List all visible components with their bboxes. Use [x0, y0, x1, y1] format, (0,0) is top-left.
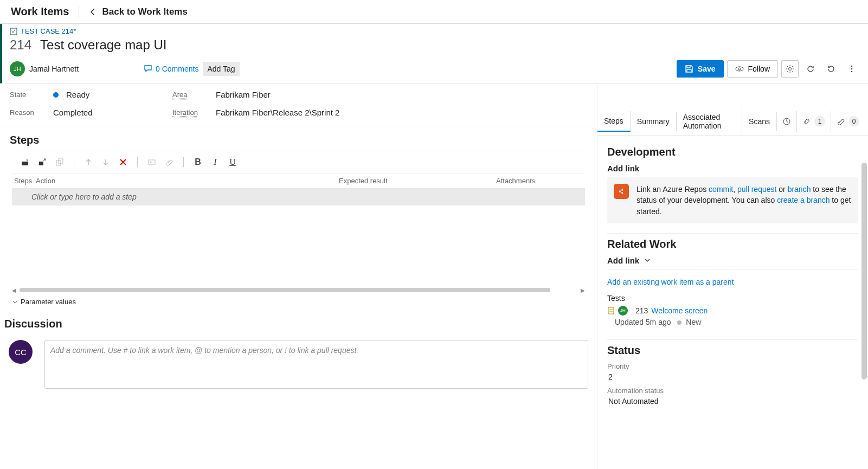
delete-x-icon	[119, 158, 127, 166]
parameter-values-toggle[interactable]: Parameter values	[12, 298, 585, 306]
reason-value[interactable]: Completed	[53, 108, 93, 117]
shared-icon	[56, 158, 63, 166]
underline-button[interactable]: U	[225, 155, 240, 170]
settings-button[interactable]	[781, 60, 799, 78]
gear-icon	[786, 65, 794, 73]
tab-scans[interactable]: Scans	[742, 112, 777, 131]
revert-button[interactable]	[822, 60, 840, 78]
workitem-type-link[interactable]: TEST CASE 214*	[21, 27, 76, 35]
test-state: New	[686, 318, 701, 326]
related-add-link[interactable]: Add link	[607, 256, 858, 265]
param-button	[144, 155, 159, 170]
tab-steps[interactable]: Steps	[597, 111, 631, 132]
add-link-label: Add link	[607, 256, 639, 265]
save-label: Save	[698, 65, 716, 73]
status-heading: Status	[607, 344, 858, 357]
tab-associated-automation[interactable]: Associated Automation	[677, 107, 742, 136]
col-action: Action	[36, 177, 339, 185]
col-expected: Expected result	[339, 177, 496, 185]
pull-request-link[interactable]: pull request	[737, 185, 776, 194]
discussion-section: Discussion CC Add a comment. Use # to li…	[0, 310, 597, 394]
save-button[interactable]: Save	[677, 60, 724, 78]
testcase-icon	[10, 28, 17, 35]
right-tabs: Steps Summary Associated Automation Scan…	[597, 107, 868, 136]
move-down-button	[98, 155, 113, 170]
follow-button[interactable]: Follow	[727, 60, 778, 78]
tab-summary[interactable]: Summary	[631, 112, 677, 131]
back-link[interactable]: Back to Work Items	[89, 7, 187, 17]
content: State Ready Area Fabrikam Fiber Reason C…	[0, 83, 868, 469]
attachment-icon	[837, 117, 845, 126]
commit-link[interactable]: commit	[709, 185, 733, 194]
page-title: Work Items	[11, 5, 79, 18]
scroll-left-icon[interactable]: ◀	[12, 287, 16, 293]
test-meta: Updated 5m ago New	[615, 318, 858, 326]
horizontal-scrollbar[interactable]: ◀ ▶	[12, 287, 585, 293]
bold-button[interactable]: B	[190, 155, 205, 170]
discussion-heading: Discussion	[4, 310, 593, 335]
comment-icon	[144, 65, 152, 73]
add-parent-link[interactable]: Add an existing work item as a parent	[607, 274, 858, 290]
create-branch-link[interactable]: create a branch	[777, 196, 830, 204]
assignee-name[interactable]: Jamal Hartnett	[29, 65, 79, 73]
tab-links[interactable]: 1	[797, 111, 831, 132]
assignee-avatar[interactable]: JH	[10, 61, 25, 76]
title-row: 214 Test coverage map UI	[0, 36, 868, 57]
steps-placeholder[interactable]: Click or type here to add a step	[12, 188, 585, 205]
automation-status-label: Automation status	[607, 387, 858, 395]
undo-icon	[827, 65, 835, 73]
branch-link[interactable]: branch	[788, 185, 811, 194]
workitem-id: 214	[10, 37, 31, 53]
svg-point-5	[851, 68, 853, 70]
insert-step-button[interactable]	[17, 155, 33, 170]
related-test-item[interactable]: JH 213 Welcome screen	[607, 306, 858, 316]
comments-link[interactable]: 0 Comments	[144, 65, 198, 73]
test-updated: Updated 5m ago	[615, 318, 671, 326]
scroll-right-icon[interactable]: ▶	[581, 287, 585, 293]
state-dot-icon	[53, 92, 59, 98]
state-dot-icon	[677, 320, 681, 325]
tab-attachments[interactable]: 0	[831, 111, 865, 132]
tab-history[interactable]	[777, 111, 797, 132]
steps-table-header: Steps Action Expected result Attachments	[12, 174, 585, 188]
priority-value[interactable]: 2	[607, 372, 858, 381]
delete-step-button[interactable]	[115, 155, 131, 170]
iteration-label: Iteration	[172, 108, 216, 117]
scrollbar-track[interactable]	[20, 288, 577, 292]
steps-toolbar: B I U	[12, 151, 585, 174]
refresh-button[interactable]	[802, 60, 819, 78]
attachments-count: 0	[848, 116, 859, 127]
priority-label: Priority	[607, 362, 858, 370]
chevron-down-icon	[12, 299, 18, 305]
automation-status-value[interactable]: Not Automated	[607, 397, 858, 406]
shared-steps-button	[52, 155, 67, 170]
state-value[interactable]: Ready	[66, 90, 89, 99]
add-tag-button[interactable]: Add Tag	[203, 62, 239, 76]
fields-row-1: State Ready Area Fabrikam Fiber	[0, 83, 597, 101]
related-work-heading: Related Work	[607, 238, 858, 250]
iteration-value[interactable]: Fabrikam Fiber\Release 2\Sprint 2	[216, 108, 339, 117]
development-add-link[interactable]: Add link	[607, 164, 858, 173]
steps-heading: Steps	[0, 126, 597, 151]
more-actions-button[interactable]	[843, 60, 860, 78]
arrow-down-icon	[102, 158, 110, 166]
eye-icon	[735, 65, 744, 73]
comments-label: 0 Comments	[156, 65, 198, 73]
attach-button	[162, 155, 177, 170]
fields-row-2: Reason Completed Iteration Fabrikam Fibe…	[0, 101, 597, 126]
follow-label: Follow	[748, 65, 770, 73]
workitem-breadcrumb: TEST CASE 214*	[0, 24, 868, 36]
development-heading: Development	[607, 146, 858, 158]
kebab-icon	[847, 65, 856, 73]
arrow-up-icon	[85, 158, 92, 166]
italic-button[interactable]: I	[208, 155, 223, 170]
right-column: Steps Summary Associated Automation Scan…	[597, 83, 868, 469]
svg-rect-11	[149, 160, 155, 164]
insert-shared-button[interactable]	[35, 155, 50, 170]
vertical-scrollbar[interactable]	[861, 163, 867, 380]
comment-input[interactable]: Add a comment. Use # to link a work item…	[44, 340, 588, 389]
workitem-title[interactable]: Test coverage map UI	[40, 37, 166, 53]
test-name-link[interactable]: Welcome screen	[651, 306, 708, 315]
state-label: State	[10, 91, 53, 99]
area-value[interactable]: Fabrikam Fiber	[216, 90, 271, 99]
